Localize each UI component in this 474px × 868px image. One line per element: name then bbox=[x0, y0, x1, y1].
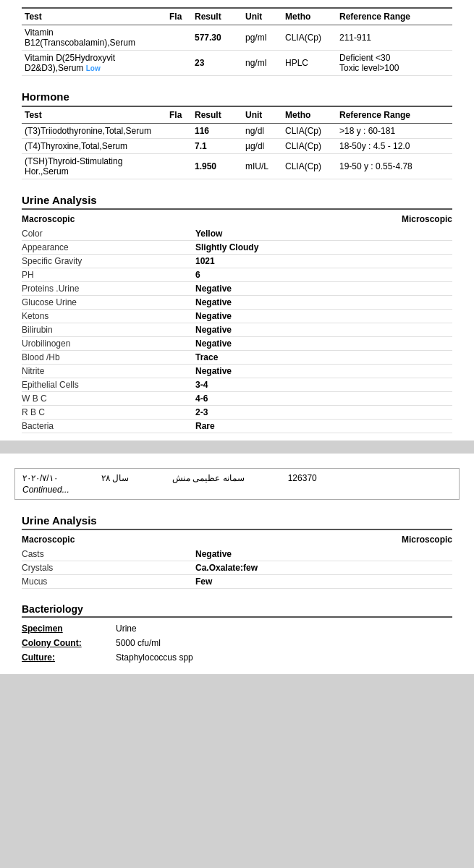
col-metho: Metho bbox=[282, 8, 337, 25]
bacteriology-title: Bacteriology bbox=[22, 603, 452, 618]
col-test: Test bbox=[22, 8, 166, 25]
ua-value: 3-4 bbox=[195, 380, 208, 390]
page-break bbox=[0, 441, 474, 454]
ua-value: Rare bbox=[195, 421, 215, 431]
col-result: Result bbox=[192, 8, 242, 25]
result-cell: 577.30 bbox=[192, 25, 242, 51]
ua-label: Bacteria bbox=[22, 421, 195, 431]
h-col-unit: Unit bbox=[242, 106, 282, 124]
unit-cell: ng/ml bbox=[242, 51, 282, 76]
ua-value: Slightly Cloudy bbox=[195, 242, 258, 252]
ua-label: W B C bbox=[22, 393, 195, 404]
result-cell: 7.1 bbox=[192, 139, 242, 154]
list-item: PH 6 bbox=[22, 268, 452, 282]
list-item: Casts Negative bbox=[22, 548, 452, 561]
list-item: Bilirubin Negative bbox=[22, 323, 452, 337]
vitamins-section: Test Fla Result Unit Metho Reference Ran… bbox=[0, 0, 474, 83]
ua-value: Negative bbox=[195, 297, 232, 307]
test-cell: Vitamin D(25Hydroxyvit D2&D3),Serum Low bbox=[22, 51, 166, 76]
ref-cell: 19-50 y : 0.55-4.78 bbox=[337, 154, 452, 179]
unit-cell: mIU/L bbox=[242, 154, 282, 179]
ua-value: 6 bbox=[195, 270, 200, 280]
colony-label: Colony Count: bbox=[22, 638, 116, 648]
flag-cell bbox=[166, 124, 192, 139]
urine2-subheaders: Macroscopic Microscopic bbox=[22, 535, 452, 545]
list-item: Epithelial Cells 3-4 bbox=[22, 378, 452, 392]
ua-label: Appearance bbox=[22, 242, 195, 252]
ua-label: Urobilinogen bbox=[22, 339, 195, 349]
specimen-row: Specimen Urine bbox=[22, 624, 452, 634]
ua-label: Bilirubin bbox=[22, 325, 195, 335]
ua-value: Yellow bbox=[195, 229, 222, 239]
unit-cell: µg/dl bbox=[242, 139, 282, 154]
ua-label: Blood /Hb bbox=[22, 352, 195, 362]
footer-bar: ۲۰۲۰/۷/۱۰ ۲۸ سال سمانه عظیمی منش 126370 … bbox=[14, 468, 460, 500]
ua-value: Ca.Oxalate:few bbox=[195, 563, 258, 573]
list-item: Color Yellow bbox=[22, 227, 452, 241]
h-col-ref: Reference Range bbox=[337, 106, 452, 124]
footer-date: ۲۰۲۰/۷/۱۰ bbox=[22, 473, 58, 483]
test-cell: (T3)Triiodothyronine,Total,Serum bbox=[22, 124, 166, 139]
test-cell: (TSH)Thyroid-Stimulating Hor.,Serum bbox=[22, 154, 166, 179]
metho-cell: CLIA(Cp) bbox=[282, 139, 337, 154]
urine2-rows: Casts Negative Crystals Ca.Oxalate:few M… bbox=[22, 548, 452, 589]
col-flag: Fla bbox=[166, 8, 192, 25]
macro2-label: Macroscopic bbox=[22, 535, 75, 545]
urine-analysis-section: Urine Analysis Macroscopic Microscopic C… bbox=[0, 187, 474, 441]
urine-subheaders: Macroscopic Microscopic bbox=[22, 214, 452, 224]
ua-label: Casts bbox=[22, 549, 195, 559]
list-item: Crystals Ca.Oxalate:few bbox=[22, 561, 452, 575]
h-col-flag: Fla bbox=[166, 106, 192, 124]
ua-label: Glucose Urine bbox=[22, 297, 195, 307]
unit-cell: ng/dl bbox=[242, 124, 282, 139]
list-item: Urobilinogen Negative bbox=[22, 337, 452, 351]
colony-value: 5000 cfu/ml bbox=[116, 638, 161, 648]
flag-cell bbox=[166, 139, 192, 154]
col-ref: Reference Range bbox=[337, 8, 452, 25]
page1: Test Fla Result Unit Metho Reference Ran… bbox=[0, 0, 474, 441]
ref-cell: 211-911 bbox=[337, 25, 452, 51]
ua-value: 4-6 bbox=[195, 393, 208, 404]
metho-cell: CLIA(Cp) bbox=[282, 154, 337, 179]
table-row: (T4)Thyroxine,Total,Serum 7.1 µg/dl CLIA… bbox=[22, 139, 452, 154]
continued-text: Continued... bbox=[22, 485, 317, 495]
col-unit: Unit bbox=[242, 8, 282, 25]
h-col-test: Test bbox=[22, 106, 166, 124]
specimen-value: Urine bbox=[116, 624, 137, 634]
footer-content: ۲۰۲۰/۷/۱۰ ۲۸ سال سمانه عظیمی منش 126370 … bbox=[22, 473, 317, 495]
list-item: Nitrite Negative bbox=[22, 365, 452, 378]
culture-value: Staphylococcus spp bbox=[116, 652, 193, 663]
ua-value: Negative bbox=[195, 284, 232, 294]
ua-value: 1021 bbox=[195, 256, 215, 266]
ua-label: R B C bbox=[22, 407, 195, 417]
list-item: Glucose Urine Negative bbox=[22, 296, 452, 310]
footer-name: سمانه عظیمی منش bbox=[172, 473, 245, 483]
page2: ۲۰۲۰/۷/۱۰ ۲۸ سال سمانه عظیمی منش 126370 … bbox=[0, 454, 474, 674]
culture-row: Culture: Staphylococcus spp bbox=[22, 652, 452, 663]
flag-cell bbox=[166, 154, 192, 179]
table-row: (TSH)Thyroid-Stimulating Hor.,Serum 1.95… bbox=[22, 154, 452, 179]
list-item: Appearance Slightly Cloudy bbox=[22, 241, 452, 255]
ua-value: Trace bbox=[195, 352, 218, 362]
urine2-section: Urine Analysis Macroscopic Microscopic C… bbox=[0, 507, 474, 596]
ua-label: Mucus bbox=[22, 576, 195, 587]
list-item: Bacteria Rare bbox=[22, 420, 452, 433]
vitamins-table: Test Fla Result Unit Metho Reference Ran… bbox=[22, 7, 452, 76]
specimen-label: Specimen bbox=[22, 624, 116, 634]
result-cell: 23 bbox=[192, 51, 242, 76]
micro2-label: Microscopic bbox=[402, 535, 452, 545]
ref-cell: Deficient <30Toxic level>100 bbox=[337, 51, 452, 76]
bacteriology-section: Bacteriology Specimen Urine Colony Count… bbox=[0, 596, 474, 674]
ref-cell: 18-50y : 4.5 - 12.0 bbox=[337, 139, 452, 154]
ua-value: Few bbox=[195, 576, 212, 587]
flag-low: Low bbox=[86, 64, 101, 72]
ua-value: Negative bbox=[195, 339, 232, 349]
ua-value: Negative bbox=[195, 366, 232, 376]
list-item: Specific Gravity 1021 bbox=[22, 255, 452, 268]
table-row: Vitamin D(25Hydroxyvit D2&D3),Serum Low … bbox=[22, 51, 452, 76]
flag-cell bbox=[166, 51, 192, 76]
flag-cell bbox=[166, 25, 192, 51]
list-item: Ketons Negative bbox=[22, 310, 452, 323]
culture-label: Culture: bbox=[22, 652, 116, 663]
ua-value: Negative bbox=[195, 549, 232, 559]
